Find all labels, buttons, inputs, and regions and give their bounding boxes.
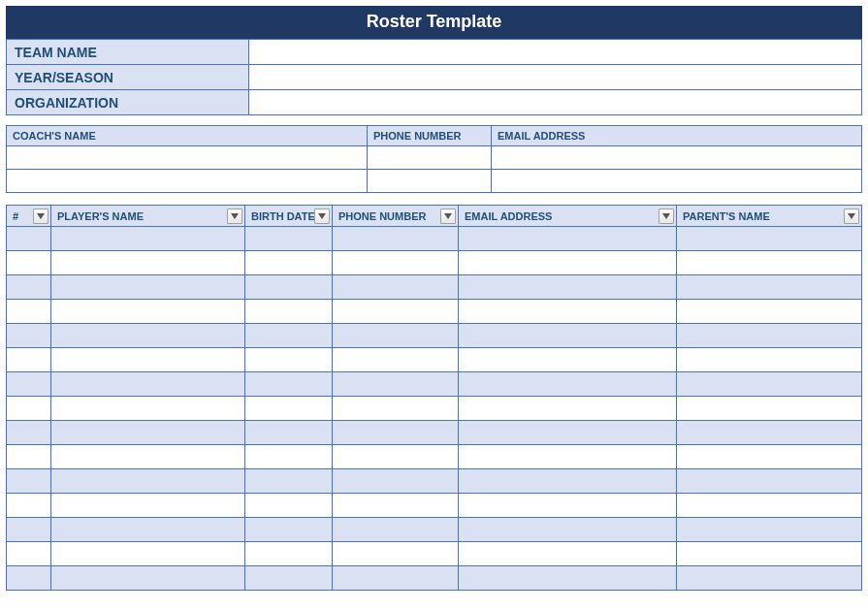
player-phone-cell[interactable] bbox=[333, 348, 459, 372]
player-num-cell[interactable] bbox=[7, 469, 51, 494]
player-phone-cell[interactable] bbox=[333, 324, 459, 348]
player-num-cell[interactable] bbox=[7, 566, 51, 591]
player-email-cell[interactable] bbox=[459, 372, 677, 397]
player-email-cell[interactable] bbox=[459, 542, 677, 566]
player-num-cell[interactable] bbox=[7, 421, 51, 445]
coach-email-cell[interactable] bbox=[492, 146, 862, 170]
filter-button-parent[interactable] bbox=[844, 209, 859, 224]
player-phone-cell[interactable] bbox=[333, 227, 459, 251]
player-header-email[interactable]: EMAIL ADDRESS bbox=[459, 206, 677, 227]
player-name-cell[interactable] bbox=[51, 227, 245, 251]
player-name-cell[interactable] bbox=[51, 275, 245, 300]
player-num-cell[interactable] bbox=[7, 397, 51, 421]
player-parent-cell[interactable] bbox=[677, 275, 862, 300]
player-num-cell[interactable] bbox=[7, 494, 51, 518]
player-birth-cell[interactable] bbox=[245, 421, 333, 445]
player-name-cell[interactable] bbox=[51, 518, 245, 542]
player-phone-cell[interactable] bbox=[333, 251, 459, 275]
player-name-cell[interactable] bbox=[51, 542, 245, 566]
player-num-cell[interactable] bbox=[7, 348, 51, 372]
player-header-birth[interactable]: BIRTH DATE bbox=[245, 206, 333, 227]
filter-button-phone[interactable] bbox=[440, 209, 456, 224]
organization-cell[interactable] bbox=[249, 90, 862, 115]
player-phone-cell[interactable] bbox=[333, 275, 459, 300]
player-num-cell[interactable] bbox=[7, 275, 51, 300]
player-birth-cell[interactable] bbox=[245, 300, 333, 324]
player-num-cell[interactable] bbox=[7, 300, 51, 324]
year-season-cell[interactable] bbox=[249, 65, 862, 90]
player-parent-cell[interactable] bbox=[677, 372, 862, 397]
player-birth-cell[interactable] bbox=[245, 566, 333, 591]
player-email-cell[interactable] bbox=[459, 566, 677, 591]
player-birth-cell[interactable] bbox=[245, 372, 333, 397]
player-phone-cell[interactable] bbox=[333, 542, 459, 566]
player-name-cell[interactable] bbox=[51, 494, 245, 518]
player-parent-cell[interactable] bbox=[677, 300, 862, 324]
player-birth-cell[interactable] bbox=[245, 397, 333, 421]
player-phone-cell[interactable] bbox=[333, 494, 459, 518]
player-name-cell[interactable] bbox=[51, 300, 245, 324]
player-parent-cell[interactable] bbox=[677, 251, 862, 275]
player-birth-cell[interactable] bbox=[245, 227, 333, 251]
player-name-cell[interactable] bbox=[51, 445, 245, 469]
player-phone-cell[interactable] bbox=[333, 469, 459, 494]
player-email-cell[interactable] bbox=[459, 518, 677, 542]
player-email-cell[interactable] bbox=[459, 348, 677, 372]
player-phone-cell[interactable] bbox=[333, 421, 459, 445]
player-header-parent[interactable]: PARENT'S NAME bbox=[677, 206, 862, 227]
player-num-cell[interactable] bbox=[7, 372, 51, 397]
coach-name-cell[interactable] bbox=[7, 170, 368, 193]
player-parent-cell[interactable] bbox=[677, 348, 862, 372]
player-email-cell[interactable] bbox=[459, 397, 677, 421]
player-num-cell[interactable] bbox=[7, 445, 51, 469]
player-num-cell[interactable] bbox=[7, 542, 51, 566]
player-num-cell[interactable] bbox=[7, 227, 51, 251]
player-name-cell[interactable] bbox=[51, 372, 245, 397]
player-name-cell[interactable] bbox=[51, 397, 245, 421]
player-email-cell[interactable] bbox=[459, 494, 677, 518]
player-phone-cell[interactable] bbox=[333, 445, 459, 469]
player-name-cell[interactable] bbox=[51, 324, 245, 348]
player-phone-cell[interactable] bbox=[333, 372, 459, 397]
player-email-cell[interactable] bbox=[459, 275, 677, 300]
coach-phone-cell[interactable] bbox=[368, 146, 492, 170]
player-name-cell[interactable] bbox=[51, 566, 245, 591]
player-parent-cell[interactable] bbox=[677, 421, 862, 445]
player-parent-cell[interactable] bbox=[677, 469, 862, 494]
player-parent-cell[interactable] bbox=[677, 518, 862, 542]
player-birth-cell[interactable] bbox=[245, 445, 333, 469]
player-name-cell[interactable] bbox=[51, 348, 245, 372]
player-name-cell[interactable] bbox=[51, 421, 245, 445]
player-phone-cell[interactable] bbox=[333, 397, 459, 421]
player-birth-cell[interactable] bbox=[245, 348, 333, 372]
player-num-cell[interactable] bbox=[7, 324, 51, 348]
filter-button-email[interactable] bbox=[659, 209, 674, 224]
player-birth-cell[interactable] bbox=[245, 469, 333, 494]
player-phone-cell[interactable] bbox=[333, 566, 459, 591]
player-parent-cell[interactable] bbox=[677, 542, 862, 566]
player-parent-cell[interactable] bbox=[677, 566, 862, 591]
player-num-cell[interactable] bbox=[7, 518, 51, 542]
player-header-name[interactable]: PLAYER'S NAME bbox=[51, 206, 245, 227]
player-parent-cell[interactable] bbox=[677, 445, 862, 469]
player-birth-cell[interactable] bbox=[245, 518, 333, 542]
player-phone-cell[interactable] bbox=[333, 300, 459, 324]
player-email-cell[interactable] bbox=[459, 445, 677, 469]
coach-name-cell[interactable] bbox=[7, 146, 368, 170]
player-birth-cell[interactable] bbox=[245, 275, 333, 300]
player-birth-cell[interactable] bbox=[245, 542, 333, 566]
player-header-phone[interactable]: PHONE NUMBER bbox=[333, 206, 459, 227]
coach-email-cell[interactable] bbox=[492, 170, 862, 193]
player-num-cell[interactable] bbox=[7, 251, 51, 275]
player-parent-cell[interactable] bbox=[677, 227, 862, 251]
player-email-cell[interactable] bbox=[459, 324, 677, 348]
player-header-num[interactable]: # bbox=[7, 206, 51, 227]
player-email-cell[interactable] bbox=[459, 469, 677, 494]
player-email-cell[interactable] bbox=[459, 421, 677, 445]
player-email-cell[interactable] bbox=[459, 300, 677, 324]
player-name-cell[interactable] bbox=[51, 469, 245, 494]
player-parent-cell[interactable] bbox=[677, 324, 862, 348]
player-email-cell[interactable] bbox=[459, 251, 677, 275]
player-name-cell[interactable] bbox=[51, 251, 245, 275]
filter-button-birth[interactable] bbox=[314, 209, 330, 224]
